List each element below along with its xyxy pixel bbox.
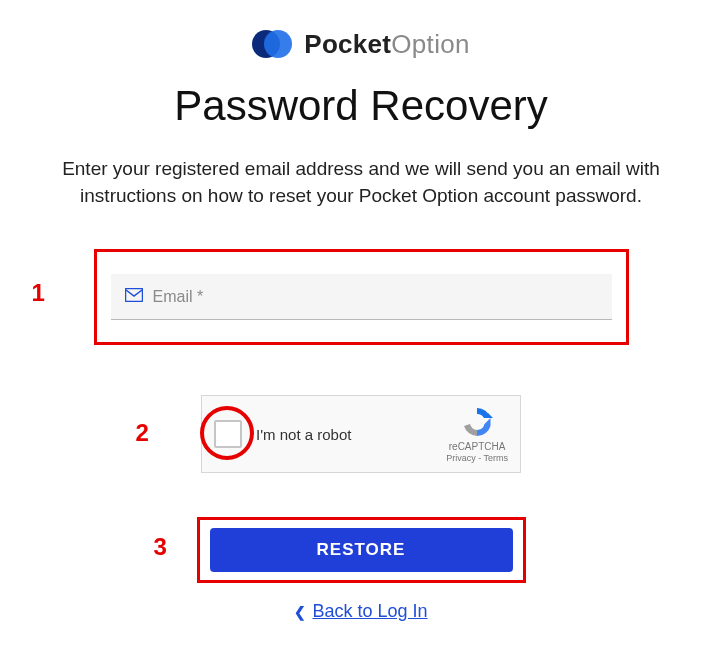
instructions-text: Enter your registered email address and … — [0, 156, 722, 209]
svg-rect-2 — [125, 288, 142, 301]
annotation-3: 3 — [154, 533, 167, 561]
back-link-row: ❮ Back to Log In — [0, 601, 722, 622]
logo-text: PocketOption — [304, 29, 469, 60]
recaptcha-widget: I'm not a robot reCAPTCHA Privacy - Term… — [201, 395, 521, 473]
recaptcha-checkbox-wrap — [214, 420, 242, 448]
recaptcha-links[interactable]: Privacy - Terms — [446, 453, 508, 463]
svg-point-1 — [264, 30, 292, 58]
password-recovery-page: PocketOption Password Recovery Enter you… — [0, 0, 722, 622]
chevron-left-icon: ❮ — [294, 604, 306, 620]
recaptcha-brand-text: reCAPTCHA — [446, 441, 508, 452]
email-highlight-box — [94, 249, 629, 345]
recaptcha-label: I'm not a robot — [256, 426, 351, 443]
svg-marker-3 — [488, 413, 493, 418]
submit-section: 3 RESTORE — [94, 517, 629, 583]
recaptcha-section: 2 I'm not a robot reCAPTCHA Privacy - Te… — [94, 395, 629, 473]
restore-highlight-box: RESTORE — [197, 517, 526, 583]
annotation-2: 2 — [136, 419, 149, 447]
annotation-circle — [200, 406, 254, 460]
email-input-wrapper — [111, 274, 612, 320]
recaptcha-branding: reCAPTCHA Privacy - Terms — [446, 405, 508, 463]
email-region: 1 — [94, 249, 629, 345]
back-to-login-link[interactable]: Back to Log In — [312, 601, 427, 622]
envelope-icon — [125, 288, 143, 306]
brand-logo: PocketOption — [0, 28, 722, 60]
logo-icon — [252, 28, 294, 60]
email-field[interactable] — [153, 274, 598, 319]
recaptcha-logo-icon — [460, 405, 494, 439]
page-title: Password Recovery — [0, 82, 722, 130]
restore-button[interactable]: RESTORE — [210, 528, 513, 572]
annotation-1: 1 — [32, 279, 45, 307]
logo-bold: Pocket — [304, 29, 391, 59]
logo-light: Option — [391, 29, 469, 59]
